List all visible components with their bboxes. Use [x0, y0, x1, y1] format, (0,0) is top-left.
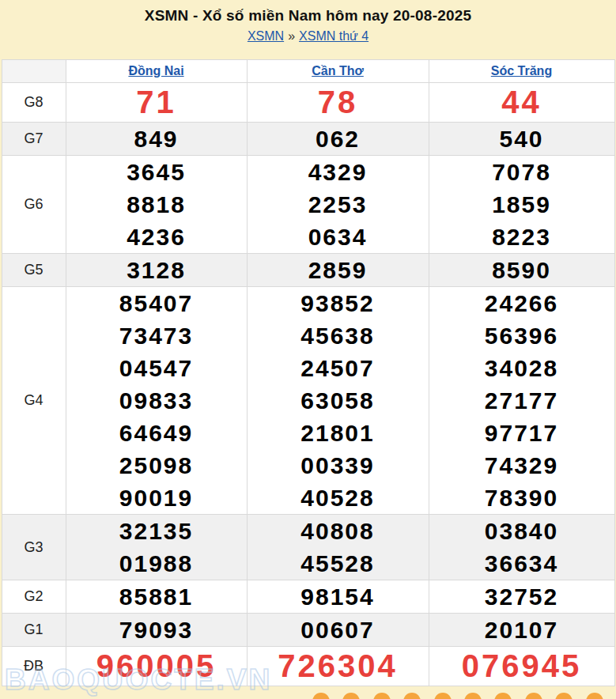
result-cell: 85407734730454709833646492509890019 — [66, 287, 247, 515]
result-number: 2253 — [248, 188, 429, 221]
result-number: 63058 — [248, 384, 429, 417]
result-number: 93852 — [248, 287, 429, 319]
result-number: 34028 — [429, 352, 614, 384]
result-number: 97717 — [429, 417, 614, 449]
ball-row — [0, 693, 616, 699]
prize-label: G3 — [2, 515, 66, 580]
result-number: 64649 — [66, 417, 247, 449]
result-cell: 78 — [247, 83, 429, 123]
breadcrumb-link-current[interactable]: XSMN thứ 4 — [299, 29, 368, 43]
prize-label: G2 — [2, 580, 66, 614]
prize-label: G4 — [2, 287, 66, 515]
result-cell: 076945 — [429, 647, 614, 686]
prize-label: G5 — [2, 254, 66, 287]
page-header: XSMN - Xổ số miền Nam hôm nay 20-08-2025… — [0, 0, 616, 43]
result-number: 062 — [248, 123, 429, 155]
result-number: 71 — [66, 83, 247, 122]
province-link-dong-nai[interactable]: Đồng Nai — [128, 64, 183, 77]
result-cell: 32752 — [429, 580, 614, 614]
result-number: 20107 — [429, 614, 614, 646]
breadcrumb: XSMN»XSMN thứ 4 — [0, 29, 616, 43]
result-number: 01988 — [66, 547, 247, 580]
lottery-results-page: { "header": { "title": "XSMN - Xổ số miề… — [0, 0, 616, 699]
result-number: 73473 — [66, 319, 247, 352]
breadcrumb-link-xsmn[interactable]: XSMN — [248, 29, 284, 43]
lottery-ball-icon — [464, 693, 482, 699]
result-number: 09833 — [66, 384, 247, 417]
table-row: G485407734730454709833646492509890019938… — [2, 287, 614, 515]
result-number: 98154 — [248, 580, 429, 613]
table-row: G1790930060720107 — [2, 614, 614, 647]
result-cell: 707818598223 — [429, 156, 614, 254]
result-number: 24507 — [248, 352, 429, 384]
lottery-ball-icon — [525, 693, 542, 699]
result-cell: 364588184236 — [66, 156, 247, 254]
result-number: 8818 — [66, 188, 247, 221]
result-number: 4329 — [248, 156, 429, 188]
lottery-ball-icon — [494, 693, 512, 699]
province-header-dong-nai: Đồng Nai — [66, 60, 247, 83]
result-number: 3645 — [66, 156, 247, 188]
result-cell: 44 — [429, 83, 614, 123]
lottery-ball-icon — [555, 693, 573, 699]
result-number: 21801 — [248, 417, 429, 449]
result-number: 56396 — [429, 319, 614, 352]
result-number: 2859 — [248, 254, 429, 286]
result-number: 540 — [429, 123, 614, 155]
prize-label: ĐB — [2, 647, 66, 686]
result-cell: 00607 — [247, 614, 429, 647]
result-number: 00339 — [248, 449, 429, 482]
corner-cell — [2, 60, 66, 83]
result-cell: 79093 — [66, 614, 247, 647]
results-body: G8717844G7849062540G63645881842364329225… — [2, 83, 614, 686]
lottery-ball-icon — [403, 693, 421, 699]
result-number: 74329 — [429, 449, 614, 482]
result-number: 00607 — [248, 614, 429, 646]
result-cell: 4080845528 — [247, 515, 429, 580]
result-number: 0634 — [248, 221, 429, 253]
result-number: 960005 — [66, 647, 247, 686]
result-number: 79093 — [66, 614, 247, 646]
prize-label: G1 — [2, 614, 66, 647]
result-number: 7078 — [429, 156, 614, 188]
result-cell: 3128 — [66, 254, 247, 287]
result-cell: 062 — [247, 123, 429, 156]
result-number: 45528 — [248, 547, 429, 580]
result-cell: 24266563963402827177977177432978390 — [429, 287, 614, 515]
result-cell: 540 — [429, 123, 614, 156]
table-row: G6364588184236432922530634707818598223 — [2, 156, 614, 254]
province-link-soc-trang[interactable]: Sóc Trăng — [491, 64, 552, 77]
result-number: 45638 — [248, 319, 429, 352]
result-number: 076945 — [429, 647, 614, 686]
result-number: 8590 — [429, 254, 614, 286]
result-cell: 849 — [66, 123, 247, 156]
result-cell: 0384036634 — [429, 515, 614, 580]
result-number: 27177 — [429, 384, 614, 417]
lottery-ball-icon — [434, 693, 452, 699]
lottery-ball-icon — [373, 693, 391, 699]
province-header-can-tho: Cần Thơ — [247, 60, 429, 83]
result-number: 726304 — [248, 647, 429, 686]
result-number: 32752 — [429, 580, 614, 613]
prize-label: G6 — [2, 156, 66, 254]
page-title: XSMN - Xổ số miền Nam hôm nay 20-08-2025 — [0, 7, 616, 25]
result-number: 849 — [66, 123, 247, 155]
result-number: 8223 — [429, 221, 614, 253]
prize-label: G7 — [2, 123, 66, 156]
table-row: G7849062540 — [2, 123, 614, 156]
province-header-soc-trang: Sóc Trăng — [429, 60, 614, 83]
province-link-can-tho[interactable]: Cần Thơ — [312, 64, 364, 77]
result-cell: 432922530634 — [247, 156, 429, 254]
result-cell: 98154 — [247, 580, 429, 614]
lottery-ball-icon — [312, 693, 330, 699]
result-number: 78 — [248, 83, 429, 122]
lottery-ball-icon — [586, 693, 603, 699]
result-number: 40528 — [248, 482, 429, 514]
result-number: 25098 — [66, 449, 247, 482]
result-cell: 8590 — [429, 254, 614, 287]
result-number: 78390 — [429, 482, 614, 514]
result-cell: 20107 — [429, 614, 614, 647]
table-row: G3321350198840808455280384036634 — [2, 515, 614, 580]
result-number: 32135 — [66, 515, 247, 547]
results-table: Đồng Nai Cần Thơ Sóc Trăng G8717844G7849… — [2, 59, 615, 686]
